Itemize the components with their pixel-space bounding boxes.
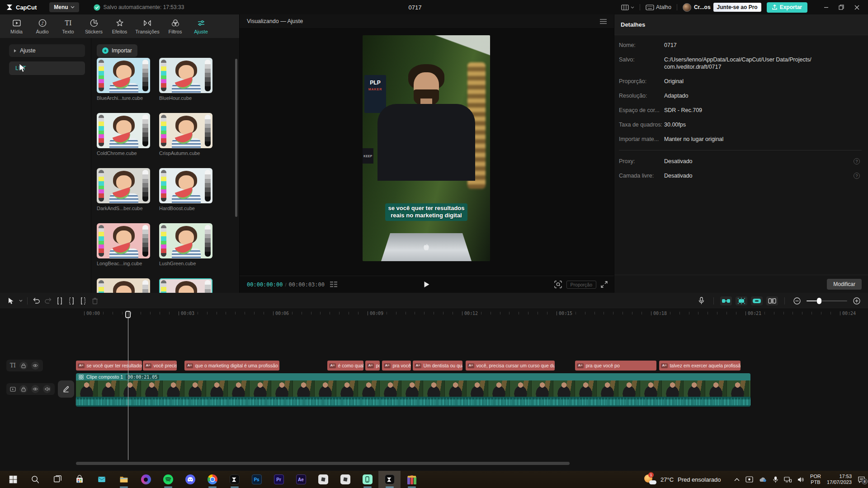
tab-texto[interactable]: TITexto — [55, 14, 81, 38]
onedrive-icon[interactable] — [759, 477, 767, 482]
tab-stickers[interactable]: Stickers — [81, 14, 107, 38]
taskbar-store-icon[interactable] — [68, 471, 90, 488]
lut-thumbnail[interactable] — [159, 223, 212, 258]
lut-item-partial[interactable] — [97, 278, 150, 293]
eye-icon[interactable] — [31, 385, 39, 393]
network-icon[interactable] — [784, 476, 792, 483]
lut-thumbnail[interactable] — [97, 58, 150, 93]
lut-item[interactable]: HardBoost.cube — [159, 168, 212, 211]
close-button[interactable] — [850, 1, 863, 13]
tab-ajuste[interactable]: Ajuste — [188, 14, 214, 38]
text-clip[interactable]: A≡por — [365, 361, 380, 371]
frame-zoom-icon[interactable] — [554, 281, 562, 288]
account-area[interactable]: Cr...os Junte-se ao Pro — [683, 3, 761, 12]
export-button[interactable]: Exportar — [767, 2, 807, 13]
taskbar-phone-icon[interactable] — [356, 471, 378, 488]
notification-center-icon[interactable]: 8 — [858, 476, 865, 483]
ratio-button[interactable]: Proporção — [566, 281, 596, 289]
text-clip[interactable]: A≡Um dentista ou qualq — [413, 361, 462, 371]
lock-icon[interactable] — [19, 385, 28, 393]
split-view-toggle[interactable] — [766, 296, 778, 305]
language-indicator[interactable]: POR PTB — [810, 474, 821, 485]
edit-pencil-button[interactable] — [58, 380, 74, 398]
menu-button[interactable]: Menu — [49, 2, 79, 12]
lut-thumbnail[interactable] — [159, 58, 212, 93]
taskbar-app-light-1-icon[interactable] — [312, 471, 334, 488]
join-pro-button[interactable]: Junte-se ao Pro — [713, 3, 761, 12]
tab-filtros[interactable]: Filtros — [162, 14, 188, 38]
avatar[interactable] — [683, 3, 691, 12]
video-viewport[interactable]: PLP MAKER KEEP se você quer ter resultad… — [363, 35, 490, 261]
help-icon[interactable]: ? — [854, 158, 860, 164]
help-icon[interactable]: ? — [854, 173, 860, 179]
taskbar-winrar-icon[interactable] — [401, 471, 423, 488]
zoom-out-button[interactable] — [791, 295, 803, 307]
zoom-slider-knob[interactable] — [817, 298, 821, 304]
play-button[interactable] — [424, 281, 430, 288]
lut-item[interactable]: BlueHour.cube — [159, 58, 212, 101]
lut-item[interactable]: CrispAutumn.cube — [159, 113, 212, 156]
text-clip[interactable]: A≡é como qualq — [327, 361, 363, 371]
shortcut-button[interactable]: Atalho — [646, 4, 671, 10]
lock-icon[interactable] — [19, 361, 28, 370]
timeline-zoom-slider[interactable] — [807, 298, 847, 304]
taskbar-media-swirl-icon[interactable] — [135, 471, 157, 488]
taskbar-photoshop-icon[interactable]: Ps — [245, 471, 268, 488]
lut-thumbnail[interactable] — [97, 278, 150, 293]
text-clip[interactable]: A≡você, precisa cursar um curso que dura… — [466, 361, 555, 371]
taskbar-start-icon[interactable] — [2, 471, 24, 488]
split-both-button[interactable] — [66, 295, 77, 307]
playhead-handle[interactable] — [125, 311, 131, 318]
lut-item[interactable]: LongBeac...ing.cube — [97, 223, 150, 267]
weather-widget[interactable]: 1 27°C Pred ensolarado — [644, 471, 721, 488]
horizontal-scrollbar[interactable] — [76, 462, 570, 465]
auto-preview-toggle[interactable] — [736, 296, 747, 305]
text-clip[interactable]: A≡pra você ser — [382, 361, 411, 371]
fullscreen-icon[interactable] — [601, 281, 608, 288]
sidebar-group-ajuste[interactable]: Ajuste — [9, 44, 85, 57]
text-clip[interactable]: A≡talvez em exercer aquela profissã — [659, 361, 741, 371]
text-clip[interactable]: A≡você precisa e — [143, 361, 177, 371]
playhead-line[interactable] — [128, 312, 128, 460]
taskbar-app-light-2-icon[interactable] — [334, 471, 356, 488]
lut-thumbnail[interactable] — [159, 278, 212, 293]
lut-item[interactable]: DarkAndS...ber.cube — [97, 168, 150, 211]
select-tool-dropdown[interactable] — [17, 295, 24, 307]
taskbar-capcut-active-icon[interactable] — [378, 471, 401, 488]
text-clip[interactable]: A≡que o marketing digital é uma profissã… — [184, 361, 279, 371]
hamburger-menu-icon[interactable] — [600, 19, 607, 24]
undo-button[interactable] — [30, 295, 42, 307]
composite-clip[interactable]: Clipe composto 1 00:00:21.05 — [76, 373, 750, 407]
taskbar-aftereffects-icon[interactable]: Ae — [290, 471, 312, 488]
split-right-button[interactable] — [77, 295, 89, 307]
modify-button[interactable]: Modificar — [827, 279, 862, 290]
tab-audio[interactable]: ♪Áudio — [29, 14, 55, 38]
vertical-scrollbar[interactable] — [235, 59, 237, 217]
taskbar-capcut-icon[interactable] — [223, 471, 245, 488]
lut-thumbnail[interactable] — [159, 113, 212, 148]
text-clip[interactable]: A≡pra que você po — [575, 361, 656, 371]
import-button[interactable]: + Importar — [97, 44, 137, 57]
split-left-button[interactable] — [54, 295, 66, 307]
lut-thumbnail[interactable] — [97, 168, 150, 203]
tray-chevron-icon[interactable] — [734, 478, 740, 481]
lut-item[interactable]: LushGreen.cube — [159, 223, 212, 267]
restore-button[interactable] — [835, 1, 848, 13]
tab-efeitos[interactable]: Efeitos — [107, 14, 132, 38]
record-voiceover-button[interactable] — [695, 295, 707, 307]
delete-button[interactable] — [89, 295, 101, 307]
taskbar-taskview-icon[interactable] — [46, 471, 68, 488]
volume-icon[interactable] — [797, 477, 804, 483]
taskbar-search-icon[interactable] — [24, 471, 46, 488]
taskbar-spotify-icon[interactable] — [157, 471, 179, 488]
redo-button[interactable] — [42, 295, 54, 307]
lut-item[interactable]: ColdChrome.cube — [97, 113, 150, 156]
screen-record-icon[interactable] — [745, 476, 753, 483]
link-clips-toggle[interactable] — [751, 296, 763, 305]
text-clip[interactable]: A≡se você quer ter resultados re — [76, 361, 142, 371]
magnetic-snap-toggle[interactable] — [720, 296, 732, 305]
lut-item-partial[interactable] — [159, 278, 212, 293]
select-tool-button[interactable] — [5, 295, 17, 307]
tab-midia[interactable]: Mídia — [4, 14, 29, 38]
lut-item[interactable]: BlueArchi...ture.cube — [97, 58, 150, 101]
